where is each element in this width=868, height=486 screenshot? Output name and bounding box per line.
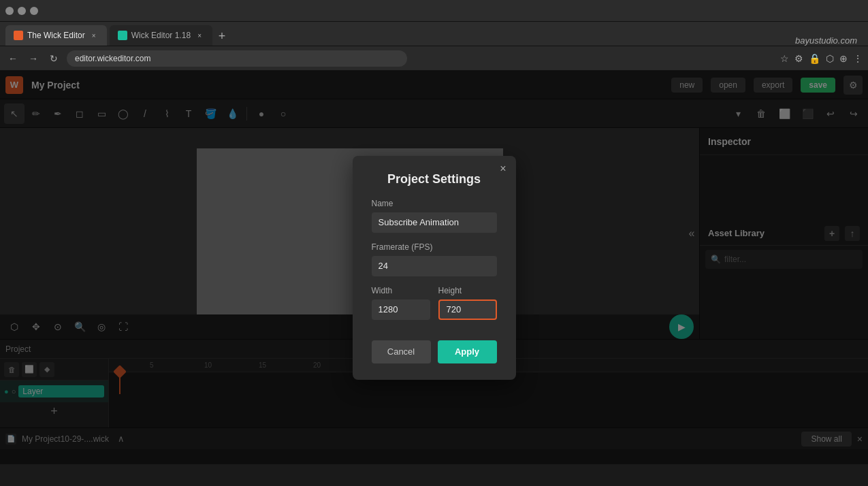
modal-height-col: Height bbox=[438, 286, 497, 329]
new-tab-button[interactable]: + bbox=[212, 27, 231, 46]
modal-dimensions-row: Width Height bbox=[372, 286, 497, 329]
tab-label-2: Wick Editor 1.18 bbox=[131, 31, 191, 40]
ext1-icon[interactable]: ⚙ bbox=[794, 53, 803, 64]
tabs-bar: The Wick Editor × Wick Editor 1.18 × + b… bbox=[0, 22, 868, 46]
bayustudio-logo: bayustudio.com bbox=[795, 35, 857, 46]
modal-height-label: Height bbox=[438, 286, 497, 295]
ext2-icon[interactable]: 🔒 bbox=[809, 53, 820, 64]
browser-icons: ☆ ⚙ 🔒 ⬡ ⊕ ⋮ bbox=[780, 53, 863, 64]
modal-name-label: Name bbox=[372, 199, 497, 208]
browser-titlebar bbox=[0, 0, 868, 22]
modal-height-input[interactable] bbox=[438, 299, 497, 320]
ext5-icon[interactable]: ⋮ bbox=[853, 53, 863, 64]
win-max-btn[interactable] bbox=[30, 7, 38, 15]
browser-tab-2[interactable]: Wick Editor 1.18 × bbox=[110, 25, 212, 46]
reload-button[interactable]: ↻ bbox=[46, 53, 61, 64]
modal-title: Project Settings bbox=[372, 172, 497, 187]
modal-cancel-button[interactable]: Cancel bbox=[372, 340, 431, 363]
ext3-icon[interactable]: ⬡ bbox=[826, 53, 834, 64]
project-settings-modal: × Project Settings Name Framerate (FPS) … bbox=[353, 156, 516, 380]
back-button[interactable]: ← bbox=[5, 53, 20, 64]
tab-favicon-2 bbox=[118, 31, 127, 40]
tab-close-1[interactable]: × bbox=[89, 31, 99, 40]
modal-close-button[interactable]: × bbox=[500, 163, 506, 175]
tab-close-2[interactable]: × bbox=[195, 31, 204, 40]
modal-width-input[interactable] bbox=[372, 299, 430, 320]
win-close-btn[interactable] bbox=[5, 7, 14, 15]
tab-label-1: The Wick Editor bbox=[27, 31, 85, 40]
address-input[interactable] bbox=[67, 50, 407, 67]
window-controls[interactable] bbox=[5, 7, 38, 15]
modal-buttons: Cancel Apply bbox=[372, 340, 497, 363]
address-bar: ← → ↻ ☆ ⚙ 🔒 ⬡ ⊕ ⋮ bbox=[0, 46, 868, 71]
forward-button[interactable]: → bbox=[26, 53, 41, 64]
modal-width-label: Width bbox=[372, 286, 430, 295]
modal-name-input[interactable] bbox=[372, 212, 497, 233]
ext4-icon[interactable]: ⊕ bbox=[839, 53, 848, 64]
star-icon[interactable]: ☆ bbox=[780, 53, 789, 64]
modal-apply-button[interactable]: Apply bbox=[438, 340, 497, 363]
browser-tab-1[interactable]: The Wick Editor × bbox=[5, 25, 107, 46]
modal-fps-input[interactable] bbox=[372, 256, 497, 276]
win-min-btn[interactable] bbox=[18, 7, 26, 15]
modal-overlay: × Project Settings Name Framerate (FPS) … bbox=[0, 71, 868, 464]
tab-favicon-1 bbox=[14, 31, 23, 40]
modal-width-col: Width bbox=[372, 286, 430, 329]
modal-fps-label: Framerate (FPS) bbox=[372, 242, 497, 252]
